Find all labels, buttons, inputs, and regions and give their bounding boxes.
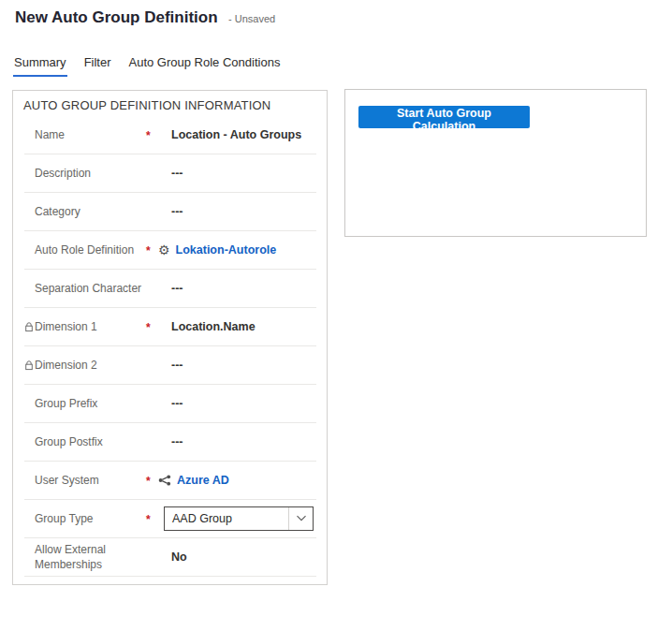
field-label: Group Postfix <box>35 434 103 449</box>
field-value-cell: ⚙Lokation-Autorole <box>171 243 316 257</box>
field-value-cell: Location - Auto Groups <box>171 128 316 141</box>
field-value: --- <box>171 397 183 410</box>
actions-panel: Start Auto Group Calculation <box>344 89 647 237</box>
required-marker-empty <box>146 172 171 174</box>
field-value-cell: --- <box>171 435 316 448</box>
required-marker-empty <box>146 364 171 366</box>
user-system-icon <box>158 475 171 486</box>
field-value-cell: AAD Group <box>171 506 316 531</box>
field-row-allow-external-memberships: Allow External MembershipsNo <box>24 538 316 577</box>
role-icon: ⚙ <box>158 243 170 257</box>
chevron-down-icon <box>288 507 313 530</box>
field-label: Group Prefix <box>35 396 97 411</box>
field-label-cell: Name <box>24 127 146 142</box>
auto-role-definition-link[interactable]: Lokation-Autorole <box>176 243 277 257</box>
field-value: Location - Auto Groups <box>171 128 301 141</box>
field-value: No <box>171 550 187 564</box>
field-label: Group Type <box>35 511 93 526</box>
field-row-separation-character: Separation Character--- <box>24 270 316 308</box>
group-type-dropdown[interactable]: AAD Group <box>164 506 314 531</box>
field-row-group-prefix: Group Prefix--- <box>24 385 316 423</box>
field-row-auto-role-definition: Auto Role Definition*⚙Lokation-Autorole <box>24 231 316 270</box>
field-label: Description <box>35 166 91 181</box>
required-marker: * <box>146 127 171 142</box>
field-label: Separation Character <box>35 281 141 296</box>
field-value-cell: --- <box>171 397 316 410</box>
required-marker-empty <box>146 441 171 443</box>
field-row-name: Name*Location - Auto Groups <box>24 116 316 154</box>
user-system-link[interactable]: Azure AD <box>177 474 229 487</box>
field-value-cell: --- <box>171 167 316 180</box>
field-label-cell: Allow External Memberships <box>24 542 146 572</box>
unsaved-status-badge: - Unsaved <box>228 13 275 24</box>
field-rows: Name*Location - Auto GroupsDescription--… <box>24 116 316 577</box>
field-label-cell: Group Postfix <box>24 434 146 449</box>
field-value: Location.Name <box>171 320 256 333</box>
field-value: --- <box>171 282 183 295</box>
field-value-cell: No <box>171 550 316 564</box>
tab-filter[interactable]: Filter <box>83 53 112 77</box>
field-label-cell: Group Type <box>24 511 146 526</box>
field-label: Name <box>35 127 65 142</box>
field-value-cell: Azure AD <box>171 474 316 487</box>
field-label: Dimension 1 <box>35 319 97 334</box>
panel-title: AUTO GROUP DEFINITION INFORMATION <box>23 98 327 112</box>
field-label: Auto Role Definition <box>35 242 134 257</box>
dropdown-selected-value: AAD Group <box>172 512 232 525</box>
tab-bar: Summary Filter Auto Group Role Condition… <box>13 53 281 77</box>
field-row-group-type: Group Type*AAD Group <box>24 500 316 538</box>
page-title: New Auto Group Definition <box>15 8 218 26</box>
required-marker-empty <box>146 287 171 289</box>
page-header: New Auto Group Definition - Unsaved <box>15 8 275 27</box>
field-label-cell: Dimension 1 <box>24 319 146 334</box>
field-label: Category <box>35 204 80 219</box>
required-marker: * <box>146 319 171 334</box>
field-label-cell: User System <box>24 473 146 488</box>
field-row-dimension-1: Dimension 1*Location.Name <box>24 308 316 346</box>
field-label: Dimension 2 <box>35 358 97 373</box>
field-label: User System <box>35 473 99 488</box>
field-value: --- <box>171 359 183 372</box>
field-label-cell: Auto Role Definition <box>24 242 146 257</box>
field-row-description: Description--- <box>24 154 316 193</box>
field-row-dimension-2: Dimension 2--- <box>24 346 316 385</box>
field-value-cell: --- <box>171 359 316 372</box>
field-label: Allow External Memberships <box>35 542 142 572</box>
field-row-user-system: User System*Azure AD <box>24 462 316 500</box>
start-auto-group-calculation-button[interactable]: Start Auto Group Calculation <box>358 106 530 128</box>
lock-icon <box>24 322 35 332</box>
field-value: --- <box>171 205 183 218</box>
field-label-cell: Group Prefix <box>24 396 146 411</box>
tab-summary[interactable]: Summary <box>13 53 67 77</box>
field-row-group-postfix: Group Postfix--- <box>24 423 316 462</box>
field-row-category: Category--- <box>24 193 316 231</box>
required-marker-empty <box>146 211 171 213</box>
field-value-cell: --- <box>171 205 316 218</box>
tab-auto-group-role-conditions[interactable]: Auto Group Role Conditions <box>128 53 282 77</box>
field-label-cell: Dimension 2 <box>24 358 146 373</box>
field-label-cell: Separation Character <box>24 281 146 296</box>
field-label-cell: Category <box>24 204 146 219</box>
lock-icon <box>24 360 35 371</box>
required-marker-empty <box>146 556 171 558</box>
field-label-cell: Description <box>24 166 146 181</box>
field-value: --- <box>171 167 183 180</box>
auto-group-definition-panel: AUTO GROUP DEFINITION INFORMATION Name*L… <box>12 90 328 585</box>
field-value-cell: --- <box>171 282 316 295</box>
required-marker-empty <box>146 403 171 404</box>
field-value: --- <box>171 435 183 448</box>
field-value-cell: Location.Name <box>171 320 316 333</box>
